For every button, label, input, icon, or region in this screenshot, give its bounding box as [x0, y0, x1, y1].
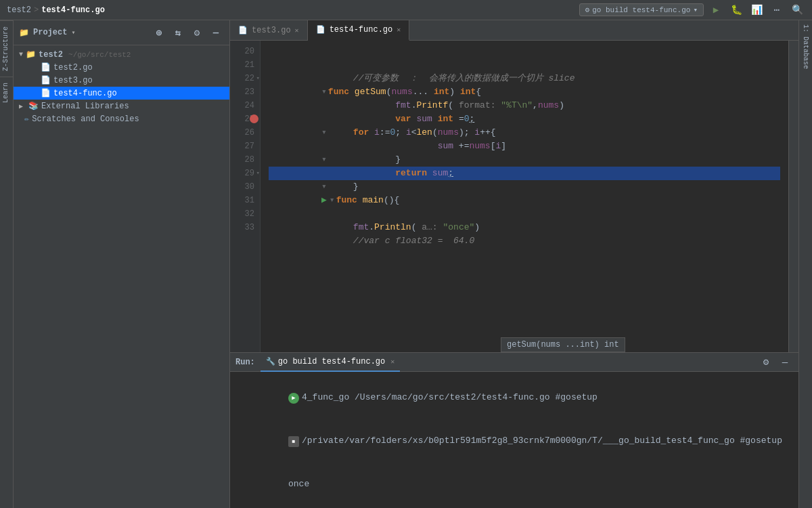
search-button[interactable]: 🔍	[789, 2, 805, 18]
param-nums-26: nums	[469, 141, 490, 151]
run-button[interactable]: ▶	[708, 2, 724, 18]
root-path: ~/go/src/test2	[68, 51, 131, 59]
project-add-icon[interactable]: ⊕	[151, 24, 167, 41]
minimize-icon[interactable]: —	[777, 354, 793, 371]
file-icon-test3-go: 📄	[41, 75, 51, 85]
output-path-1: /private/var/folders/xs/b0ptlr591m5f2g8_…	[302, 436, 782, 446]
run-config-button[interactable]: ⚙ go build test4-func.go ▾	[579, 3, 704, 16]
num-zero: 0	[464, 114, 470, 124]
line-num-26: 26	[230, 126, 260, 140]
run-tab-bar: Run: 🔧 go build test4-func.go ✕ ⚙ —	[230, 353, 798, 372]
tree-item-test2-go[interactable]: 📄 test2.go	[14, 61, 229, 74]
code-content[interactable]: //可变参数 ： 会将传入的数据做成一个切片 slice ▾func getSu…	[261, 41, 788, 352]
tab-test3-go[interactable]: 📄 test3.go ✕	[230, 20, 308, 41]
type-int-22: int	[434, 87, 449, 97]
project-title: Project	[33, 28, 67, 37]
run-tab-close[interactable]: ✕	[390, 358, 394, 366]
code-line-21: //可变参数 ： 会将传入的数据做成一个切片 slice	[269, 58, 780, 72]
label-format: format:	[459, 100, 501, 110]
tree-item-test4-func-go[interactable]: 📄 test4-func.go	[14, 87, 229, 100]
more-actions-button[interactable]: ⋯	[769, 2, 785, 18]
fn-main: main	[363, 195, 384, 205]
breadcrumb-project[interactable]: test2	[7, 5, 31, 15]
right-scrollbar-strip[interactable]	[788, 41, 798, 352]
line-num-27: 27	[230, 140, 260, 153]
run-config-icon: ⚙	[585, 5, 590, 14]
tab-close-test4[interactable]: ✕	[397, 26, 401, 34]
project-expand-icon[interactable]: ⇆	[170, 24, 186, 41]
line-num-30: 30	[230, 180, 260, 194]
debug-button[interactable]: 🐛	[728, 2, 744, 18]
breadcrumb-separator: >	[34, 5, 39, 15]
file-label-test2-go: test2.go	[53, 63, 93, 72]
line-num-33: 33	[230, 221, 260, 234]
fold-icon-22: ▾	[321, 87, 327, 97]
run-tab-icon: 🔧	[266, 357, 275, 366]
tooltip-text: getSum(nums ...int) int	[507, 340, 619, 350]
line-num-25: 25	[230, 112, 260, 126]
output-line-2: ■/private/var/folders/xs/b0ptlr591m5f2g8…	[235, 419, 793, 463]
type-int-24: int	[438, 114, 453, 124]
param-nums-23: nums	[538, 100, 559, 110]
code-line-32: fmt.Println( a…: "once")	[269, 207, 780, 221]
z-tabs: Z-Structure Learn	[0, 20, 14, 508]
settings-icon[interactable]: ⚙	[758, 354, 774, 371]
fn-len: len	[417, 127, 432, 137]
comment-text-21: //可变参数 ： 会将传入的数据做成一个切片 slice	[321, 73, 574, 83]
fn-getsum: getSum	[355, 87, 386, 97]
tree-item-test3-go[interactable]: 📄 test3.go	[14, 74, 229, 87]
kw-var: var	[395, 114, 416, 124]
breadcrumb: test2 > test4-func.go	[7, 5, 105, 15]
run-arrow-30: ▶	[321, 195, 327, 205]
comment-text-33: //var c float32 = 64.0	[321, 236, 474, 246]
line-num-31: 31	[230, 194, 260, 207]
line-num-28: 28	[230, 153, 260, 167]
var-sum-28: sum	[432, 168, 448, 178]
tree-item-scratches[interactable]: ✏️ Scratches and Consoles	[14, 112, 229, 125]
file-icon-test4-func-go: 📄	[41, 88, 51, 98]
str-format: "%T\n"	[501, 100, 533, 110]
project-settings-icon[interactable]: ⚙	[189, 24, 205, 41]
param-nums: nums	[391, 87, 412, 97]
z-structure-tab[interactable]: Z-Structure	[0, 20, 13, 77]
var-i-inc: i	[474, 127, 480, 137]
var-i-cond: i	[406, 127, 411, 137]
output-cmd-1: 4_func_go /Users/mac/go/src/test2/test4-…	[302, 392, 597, 402]
learn-tab[interactable]: Learn	[0, 77, 13, 108]
file-icon-test2-go: 📄	[41, 62, 51, 72]
pkg-fmt-32: fmt	[353, 222, 369, 232]
database-label[interactable]: 1: Database	[800, 20, 811, 73]
tab-icon-test3: 📄	[238, 26, 248, 35]
file-label-test3-go: test3.go	[53, 76, 93, 85]
semicolon-28: ;	[448, 168, 453, 178]
line-numbers: 20 21 22 ▾ 23 24 25 26 27 28 29 ▾	[230, 41, 261, 352]
output-stop-btn: ■	[288, 436, 299, 447]
chevron-right-icon: ▶	[19, 102, 23, 110]
str-once: "once"	[443, 222, 474, 232]
bottom-panel: Run: 🔧 go build test4-func.go ✕ ⚙ — ▶4_f…	[230, 352, 798, 508]
fold-icon-25: ▾	[321, 127, 327, 137]
tab-close-test3[interactable]: ✕	[295, 26, 299, 35]
line-num-22: 22 ▾	[230, 72, 260, 85]
return-type-22: int	[460, 87, 476, 97]
tree-item-root[interactable]: ▼ 📁 test2 ~/go/src/test2	[14, 48, 229, 61]
fold-icon-30: ▾	[330, 195, 335, 205]
database-tab: 1: Database	[798, 20, 812, 508]
ext-libs-label: External Libraries	[41, 102, 129, 111]
run-tab-label: go build test4-func.go	[278, 357, 385, 366]
run-tab-build[interactable]: 🔧 go build test4-func.go ✕	[261, 353, 400, 372]
pkg-fmt-23: fmt	[395, 100, 411, 110]
tree-item-external-libs[interactable]: ▶ 📚 External Libraries	[14, 100, 229, 112]
run-label: Run:	[235, 358, 255, 367]
code-editor: 20 21 22 ▾ 23 24 25 26 27 28 29 ▾	[230, 41, 798, 352]
coverage-button[interactable]: 📊	[748, 2, 765, 18]
kw-func-22: func	[328, 87, 355, 97]
scratches-label: Scratches and Consoles	[32, 114, 139, 124]
tab-test4-func-go[interactable]: 📄 test4-func.go ✕	[308, 20, 410, 41]
chevron-down-icon: ▼	[19, 51, 23, 58]
project-tree: ▼ 📁 test2 ~/go/src/test2 📄 test2.go 📄 te…	[14, 45, 229, 508]
line-num-29: 29 ▾	[230, 167, 260, 180]
run-output: ▶4_func_go /Users/mac/go/src/test2/test4…	[230, 372, 798, 508]
folder-icon: 📁	[19, 28, 29, 38]
project-close-icon[interactable]: —	[208, 24, 224, 41]
